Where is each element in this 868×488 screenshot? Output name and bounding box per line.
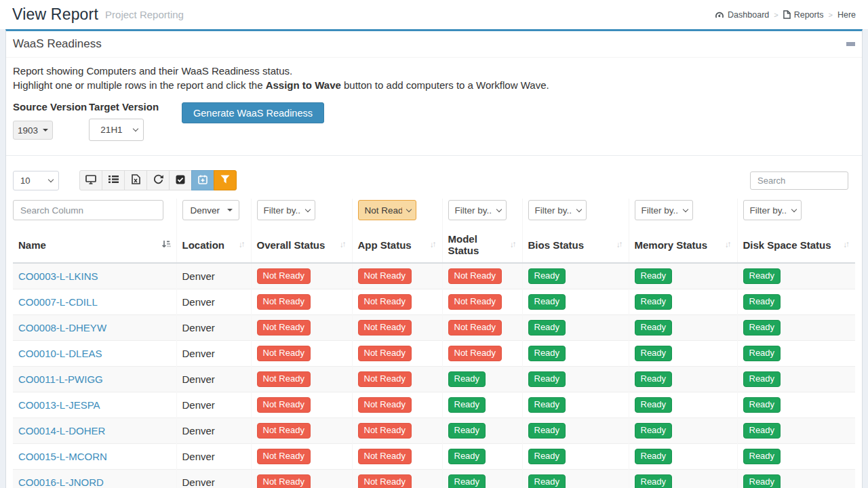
- table-row[interactable]: CO0014-L-DOHERDenverNot ReadyNot ReadyRe…: [13, 418, 855, 444]
- status-badge: Ready: [528, 423, 566, 439]
- computer-name-link[interactable]: CO0013-L-JESPA: [18, 399, 100, 411]
- status-badge: Not Ready: [257, 397, 311, 413]
- status-badge: Ready: [743, 320, 781, 336]
- model-status-filter[interactable]: Filter by...: [448, 200, 507, 220]
- column-header-model-status[interactable]: Model Status↓↑: [442, 227, 522, 263]
- search-input[interactable]: [750, 171, 848, 190]
- breadcrumb-current: Here: [837, 10, 856, 20]
- status-badge: Ready: [528, 449, 566, 464]
- refresh-icon: [153, 174, 163, 186]
- list-icon: [108, 175, 119, 186]
- status-badge: Not Ready: [358, 320, 412, 336]
- card-title: WaaS Readiness: [13, 37, 102, 51]
- location-cell: Denver: [176, 367, 251, 392]
- status-badge: Not Ready: [358, 294, 412, 310]
- checkbox-checked-icon: [176, 175, 185, 186]
- status-badge: Ready: [448, 423, 486, 439]
- status-badge: Ready: [528, 397, 566, 413]
- generate-waas-readiness-button[interactable]: Generate WaaS Readiness: [182, 102, 324, 123]
- column-header-location[interactable]: Location↓↑: [176, 227, 251, 263]
- assign-to-wave-button[interactable]: [191, 170, 214, 190]
- status-badge: Ready: [743, 294, 781, 310]
- refresh-button[interactable]: [146, 170, 170, 190]
- column-header-disk-space-status[interactable]: Disk Space Status↓↑: [737, 227, 855, 263]
- app-status-filter[interactable]: Not Ready: [358, 200, 416, 220]
- table-row[interactable]: CO0008-L-DHEYWDenverNot ReadyNot ReadyNo…: [13, 315, 855, 341]
- location-cell: Denver: [176, 263, 251, 289]
- computer-name-link[interactable]: CO0014-L-DOHER: [18, 425, 105, 436]
- breadcrumb-dashboard-link[interactable]: Dashboard: [715, 10, 769, 20]
- status-badge: Ready: [448, 371, 486, 387]
- excel-export-icon: [132, 174, 140, 186]
- column-header-memory-status[interactable]: Memory Status↓↑: [629, 227, 737, 263]
- location-cell: Denver: [176, 392, 251, 418]
- memory-status-filter[interactable]: Filter by...: [635, 200, 693, 220]
- status-badge: Ready: [743, 449, 781, 464]
- computer-name-link[interactable]: CO0007-L-CDILL: [18, 296, 98, 308]
- table-row[interactable]: CO0003-L-LKINSDenverNot ReadyNot ReadyNo…: [13, 263, 855, 289]
- table-row[interactable]: CO0015-L-MCORNDenverNot ReadyNot ReadyRe…: [13, 444, 855, 470]
- computer-name-link[interactable]: CO0015-L-MCORN: [18, 451, 107, 462]
- status-badge: Not Ready: [257, 346, 311, 361]
- computer-name-link[interactable]: CO0011-L-PWIGG: [18, 373, 103, 385]
- breadcrumb-label: Reports: [794, 10, 824, 20]
- status-badge: Not Ready: [358, 449, 412, 464]
- location-filter-dropdown[interactable]: Denver: [182, 200, 239, 220]
- disk-space-status-filter[interactable]: Filter by...: [743, 200, 802, 220]
- bios-status-filter[interactable]: Filter by...: [528, 200, 587, 220]
- target-version-select[interactable]: 21H1: [89, 119, 144, 141]
- report-description-line1: Report showing Computers and their WaaS …: [13, 64, 855, 77]
- table-row[interactable]: CO0016-L-JNORDDenverNot ReadyNot ReadyRe…: [13, 470, 855, 488]
- status-badge: Not Ready: [358, 397, 412, 413]
- filter-button[interactable]: [214, 170, 237, 190]
- card-menu-button[interactable]: [839, 38, 855, 50]
- column-visibility-button[interactable]: [79, 170, 102, 190]
- section-divider: [6, 155, 862, 156]
- status-badge: Not Ready: [358, 268, 412, 284]
- computer-name-link[interactable]: CO0010-L-DLEAS: [18, 348, 102, 359]
- source-version-dropdown[interactable]: 1903: [13, 121, 53, 140]
- excel-export-button[interactable]: [124, 170, 147, 190]
- status-badge: Not Ready: [448, 346, 502, 361]
- computer-name-link[interactable]: CO0003-L-LKINS: [18, 270, 98, 282]
- status-badge: Ready: [635, 449, 673, 464]
- search-column-input[interactable]: [13, 200, 163, 220]
- target-version-label: Target Version: [89, 101, 163, 113]
- breadcrumb-reports-link[interactable]: Reports: [783, 10, 824, 20]
- table-row[interactable]: CO0010-L-DLEASDenverNot ReadyNot ReadyNo…: [13, 341, 855, 367]
- status-badge: Not Ready: [358, 423, 412, 439]
- column-header-app-status[interactable]: App Status↓↑: [352, 227, 442, 263]
- breadcrumb-label: Dashboard: [728, 10, 769, 20]
- hamburger-icon: [839, 42, 855, 46]
- computer-name-link[interactable]: CO0008-L-DHEYW: [18, 322, 106, 333]
- top-header-bar: View Report Project Reporting Dashboard …: [0, 0, 868, 29]
- dashboard-icon: [715, 11, 724, 19]
- column-header-overall-status[interactable]: Overall Status↓↑: [251, 227, 352, 263]
- table-row[interactable]: CO0011-L-PWIGGDenverNot ReadyNot ReadyRe…: [13, 367, 855, 392]
- column-header-bios-status[interactable]: Bios Status↓↑: [522, 227, 629, 263]
- monitor-icon: [85, 175, 96, 186]
- list-view-button[interactable]: [102, 170, 125, 190]
- table-body: CO0003-L-LKINSDenverNot ReadyNot ReadyNo…: [13, 263, 855, 488]
- status-badge: Ready: [448, 397, 486, 413]
- table-row[interactable]: CO0013-L-JESPADenverNot ReadyNot ReadyRe…: [13, 392, 855, 418]
- overall-status-filter[interactable]: Filter by...: [257, 200, 315, 220]
- column-header-name[interactable]: Name: [13, 227, 176, 263]
- table-row[interactable]: CO0007-L-CDILLDenverNot ReadyNot ReadyNo…: [13, 289, 855, 315]
- location-cell: Denver: [176, 418, 251, 444]
- status-badge: Ready: [528, 268, 566, 284]
- status-badge: Not Ready: [257, 320, 311, 336]
- page-size-select[interactable]: 10: [13, 171, 59, 190]
- status-badge: Ready: [635, 423, 673, 439]
- table-toolbar: 10: [13, 170, 855, 190]
- sort-icon: ↓↑: [239, 241, 245, 249]
- status-badge: Ready: [635, 294, 673, 310]
- page-subtitle: Project Reporting: [105, 9, 184, 20]
- filter-funnel-icon: [220, 175, 230, 186]
- waas-readiness-table: Denver Filter by... Not Ready Filter by.…: [13, 199, 855, 488]
- status-badge: Ready: [528, 371, 566, 387]
- select-rows-button[interactable]: [169, 170, 192, 190]
- computer-name-link[interactable]: CO0016-L-JNORD: [18, 476, 104, 488]
- report-description-line2: Highlight one or multiple rows in the re…: [13, 79, 855, 92]
- status-badge: Ready: [635, 397, 673, 413]
